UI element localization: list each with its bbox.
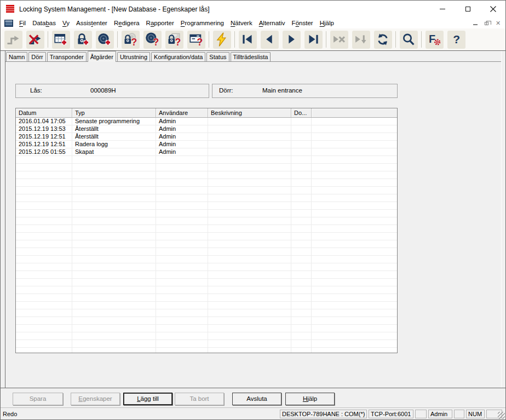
read-window-button[interactable]: ? xyxy=(187,31,205,49)
table-row[interactable]: 2015.12.05 01:55SkapatAdmin xyxy=(16,148,397,156)
search-button[interactable] xyxy=(400,31,418,49)
cell xyxy=(291,340,312,348)
menu-natverk[interactable]: Nätverk xyxy=(227,19,256,28)
close-button[interactable] xyxy=(480,1,505,18)
cell xyxy=(156,317,208,325)
table-row-empty xyxy=(16,194,397,202)
tab-konfiguration-data[interactable]: Konfiguration/data xyxy=(151,52,205,61)
cell xyxy=(291,240,312,248)
lagg-till-button[interactable]: Lägg till xyxy=(123,393,173,405)
cell xyxy=(156,279,208,286)
filter-settings-button[interactable]: F xyxy=(426,31,444,49)
nav-down-button[interactable] xyxy=(352,31,370,49)
program-button[interactable] xyxy=(213,31,231,49)
cell xyxy=(16,210,72,217)
menu-hjalp[interactable]: Hjälp xyxy=(317,19,337,28)
spara-button[interactable]: Spara xyxy=(13,393,63,405)
avsluta-button[interactable]: Avsluta xyxy=(232,393,281,405)
tab-namn[interactable]: Namn xyxy=(6,52,27,61)
nav-down-icon xyxy=(353,32,369,47)
cell xyxy=(312,248,397,256)
minimize-button[interactable] xyxy=(430,1,455,18)
cell xyxy=(72,294,156,302)
cell xyxy=(156,156,208,164)
cell xyxy=(291,233,312,240)
new-matrix-button[interactable] xyxy=(52,31,70,49)
cell xyxy=(16,271,72,279)
disconnect-button[interactable] xyxy=(26,31,44,49)
read-network-lock-button[interactable]: ? xyxy=(165,31,183,49)
resize-grip[interactable] xyxy=(498,412,505,419)
read-network-lock-icon: ? xyxy=(166,32,182,47)
table-row[interactable]: 2015.12.19 12:51ÅterställtAdmin xyxy=(16,133,397,141)
read-transponder-button[interactable]: ? xyxy=(143,31,162,49)
ta-bort-button[interactable]: Ta bort xyxy=(175,393,224,405)
column-header-blank[interactable] xyxy=(312,108,397,117)
tab-status[interactable]: Status xyxy=(206,52,229,61)
mdi-close-button[interactable]: ✕ xyxy=(494,20,502,26)
cell xyxy=(291,302,312,309)
nav-prev-button[interactable] xyxy=(261,31,279,49)
nav-next-button[interactable] xyxy=(283,31,301,49)
mdi-restore-button[interactable] xyxy=(482,20,491,26)
new-transponder-icon xyxy=(97,32,112,47)
column-header-do-[interactable]: Do... xyxy=(291,108,312,117)
search-icon xyxy=(401,32,416,47)
tab-dörr[interactable]: Dörr xyxy=(28,52,45,61)
refresh-button[interactable] xyxy=(374,31,392,49)
tab-utrustning[interactable]: Utrustning xyxy=(117,52,150,61)
menu-fonster[interactable]: Fönster xyxy=(289,19,317,28)
mdi-minimize-button[interactable] xyxy=(471,20,479,26)
table-row[interactable]: 2015.12.19 12:51Radera loggAdmin xyxy=(16,141,397,148)
nav-cancel-button[interactable] xyxy=(330,31,348,49)
hjalp-button[interactable]: Hjälp xyxy=(285,393,335,405)
cell xyxy=(156,164,208,171)
cell xyxy=(312,240,397,248)
cell xyxy=(312,263,397,271)
toolbar-separator xyxy=(421,31,422,48)
nav-first-button[interactable] xyxy=(239,31,257,49)
column-header-datum[interactable]: Datum xyxy=(16,108,72,117)
nav-last-button[interactable] xyxy=(304,31,323,49)
app-window: Locking System Management - [New Databas… xyxy=(0,0,506,420)
tab-åtgärder[interactable]: Åtgärder xyxy=(88,51,116,62)
menu-rapporter[interactable]: Rapporter xyxy=(143,19,177,28)
menu-databas[interactable]: Databas xyxy=(29,19,59,28)
help-button[interactable]: ? xyxy=(447,31,465,49)
connect-button[interactable] xyxy=(4,31,22,49)
table-row[interactable]: 2015.12.19 13:53ÅterställtAdmin xyxy=(16,125,397,133)
table-row[interactable]: 2016.01.04 17:05Senaste programmeringAdm… xyxy=(16,118,397,125)
menu-assistenter[interactable]: Assistenter xyxy=(73,19,111,28)
egenskaper-button[interactable]: Egenskaper xyxy=(71,393,120,405)
tab-tillträdeslista[interactable]: Tillträdeslista xyxy=(231,52,271,61)
maximize-button[interactable] xyxy=(455,1,480,18)
column-header-beskrivning[interactable]: Beskrivning xyxy=(208,108,291,117)
cell xyxy=(291,118,312,125)
tab-transponder[interactable]: Transponder xyxy=(47,52,87,61)
column-header-typ[interactable]: Typ xyxy=(72,108,156,117)
cell xyxy=(208,141,291,148)
menu-alternativ[interactable]: Alternativ xyxy=(256,19,289,28)
cell xyxy=(156,240,208,248)
cell xyxy=(156,340,208,348)
mdi-child-icon[interactable] xyxy=(4,20,13,27)
menu-redigera[interactable]: Redigera xyxy=(111,19,143,28)
cell xyxy=(72,271,156,279)
toolbar-separator xyxy=(234,31,235,48)
menu-fil[interactable]: Fil xyxy=(16,19,29,28)
menu-programmering[interactable]: Programmering xyxy=(177,19,227,28)
new-lock-icon xyxy=(75,32,90,47)
cell xyxy=(208,194,291,202)
cell xyxy=(16,248,72,256)
new-transponder-button[interactable] xyxy=(96,31,114,49)
menu-vy[interactable]: Vy xyxy=(59,19,73,28)
new-lock-button[interactable] xyxy=(74,31,92,49)
cell xyxy=(72,325,156,332)
read-lock-button[interactable]: ? xyxy=(122,31,140,49)
cell xyxy=(16,302,72,309)
filter-settings-icon: F xyxy=(427,32,442,47)
column-header-användare[interactable]: Användare xyxy=(156,108,208,117)
status-section-1: DESKTOP-789HANE : COM(*) xyxy=(280,410,367,418)
cell: 2015.12.19 12:51 xyxy=(16,133,72,141)
toolbar-separator xyxy=(326,31,326,48)
